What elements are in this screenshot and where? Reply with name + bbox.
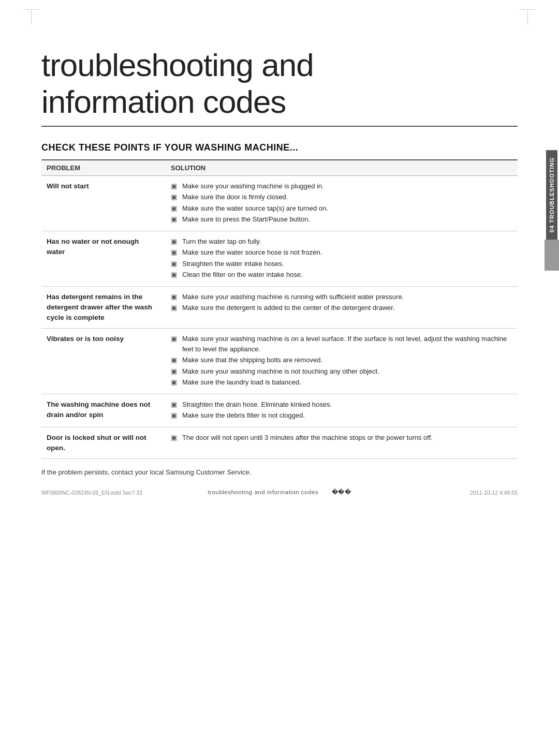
table-row: Has detergent remains in the detergent d… xyxy=(41,286,518,329)
solution-item: ▣The door will not open until 3 minutes … xyxy=(171,433,512,443)
corner-mark-tl xyxy=(31,9,32,25)
problem-cell: Vibrates or is too noisy xyxy=(41,329,166,394)
solution-item: ▣Make sure the laundry load is balanced. xyxy=(171,377,512,388)
table-header-solution: SOLUTION xyxy=(166,160,518,176)
solution-item: ▣Make sure your washing machine is on a … xyxy=(171,334,512,354)
bullet-icon: ▣ xyxy=(171,203,180,214)
solution-text: Make sure the laundry load is balanced. xyxy=(182,377,301,388)
footer-note: If the problem persists, contact your lo… xyxy=(41,468,518,476)
solution-cell: ▣Make sure your washing machine is plugg… xyxy=(166,175,518,231)
solution-text: Make sure the detergent is added to the … xyxy=(182,303,394,313)
solution-cell: ▣Straighten the drain hose. Eliminate ki… xyxy=(166,394,518,427)
solution-item: ▣Straighten the water intake hoses. xyxy=(171,259,512,269)
bullet-icon: ▣ xyxy=(171,192,180,202)
corner-mark-tr xyxy=(527,9,528,25)
solution-item: ▣Make sure to press the Start/Pause butt… xyxy=(171,214,512,225)
solution-item: ▣Make sure your washing machine is runni… xyxy=(171,292,512,302)
bullet-icon: ▣ xyxy=(171,270,180,280)
table-row: The washing machine does not drain and/o… xyxy=(41,394,518,427)
solution-item: ▣Make sure the water source hose is not … xyxy=(171,247,512,258)
page-container: 04 TROUBLESHOOTING troubleshooting and i… xyxy=(0,0,559,507)
table-row: Door is locked shut or will not open.▣Th… xyxy=(41,427,518,459)
table-row: Will not start▣Make sure your washing ma… xyxy=(41,175,518,231)
bullet-icon: ▣ xyxy=(171,214,180,225)
solution-text: Make sure the water source hose is not f… xyxy=(182,247,322,258)
solution-cell: ▣Make sure your washing machine is runni… xyxy=(166,286,518,329)
side-tab-label: 04 TROUBLESHOOTING xyxy=(546,150,557,240)
solution-text: Make sure your washing machine is on a l… xyxy=(182,334,512,354)
solution-item: ▣Make sure the detergent is added to the… xyxy=(171,303,512,313)
bullet-icon: ▣ xyxy=(171,181,180,191)
solution-item: ▣Clean the filter on the water intake ho… xyxy=(171,270,512,280)
section-heading: CHECK THESE POINTS IF YOUR WASHING MACHI… xyxy=(41,142,518,153)
solution-text: Make sure the water source tap(s) are tu… xyxy=(182,203,328,214)
side-tab-gray-bar xyxy=(545,240,559,271)
solution-item: ▣Make sure the door is firmly closed. xyxy=(171,192,512,202)
bullet-icon: ▣ xyxy=(171,303,180,313)
solution-item: ▣Make sure your washing machine is not t… xyxy=(171,366,512,377)
solution-text: Make sure your washing machine is runnin… xyxy=(182,292,404,302)
solution-item: ▣Make sure that the shipping bolts are r… xyxy=(171,355,512,365)
solution-text: Make sure to press the Start/Pause butto… xyxy=(182,214,310,225)
problem-cell: Has detergent remains in the detergent d… xyxy=(41,286,166,329)
problem-cell: The washing machine does not drain and/o… xyxy=(41,394,166,427)
solution-text: The door will not open until 3 minutes a… xyxy=(182,433,433,443)
solution-text: Make sure the debris filter is not clogg… xyxy=(182,410,305,421)
table-row: Vibrates or is too noisy▣Make sure your … xyxy=(41,329,518,394)
page-number: ��� xyxy=(332,488,351,496)
page-title: troubleshooting and information codes xyxy=(41,47,518,127)
solution-text: Make sure that the shipping bolts are re… xyxy=(182,355,322,365)
bullet-icon: ▣ xyxy=(171,377,180,388)
problem-cell: Will not start xyxy=(41,175,166,231)
solution-item: ▣Turn the water tap on fully. xyxy=(171,236,512,247)
bullet-icon: ▣ xyxy=(171,399,180,410)
problem-cell: Door is locked shut or will not open. xyxy=(41,427,166,459)
solution-item: ▣Make sure the debris filter is not clog… xyxy=(171,410,512,421)
solution-text: Make sure your washing machine is not to… xyxy=(182,366,379,377)
bullet-icon: ▣ xyxy=(171,366,180,377)
solution-cell: ▣Turn the water tap on fully.▣Make sure … xyxy=(166,231,518,286)
solution-cell: ▣Make sure your washing machine is on a … xyxy=(166,329,518,394)
solution-cell: ▣The door will not open until 3 minutes … xyxy=(166,427,518,459)
solution-text: Make sure the door is firmly closed. xyxy=(182,192,288,202)
bottom-file-left: WF0800NC-02824N-05_EN.indd Sec7:33 xyxy=(41,490,142,496)
bottom-file-right: 2011-10-12 4:49:55 xyxy=(470,490,518,496)
problem-cell: Has no water or not enough water xyxy=(41,231,166,286)
bottom-center-text: troubleshooting and information codes ��… xyxy=(208,488,351,496)
solution-text: Make sure your washing machine is plugge… xyxy=(182,181,324,191)
bullet-icon: ▣ xyxy=(171,292,180,302)
bullet-icon: ▣ xyxy=(171,433,180,443)
table-row: Has no water or not enough water▣Turn th… xyxy=(41,231,518,286)
table-header-problem: PROBLEM xyxy=(41,160,166,176)
side-tab: 04 TROUBLESHOOTING xyxy=(545,150,559,271)
bullet-icon: ▣ xyxy=(171,334,180,344)
bullet-icon: ▣ xyxy=(171,410,180,421)
solution-item: ▣Make sure the water source tap(s) are t… xyxy=(171,203,512,214)
bullet-icon: ▣ xyxy=(171,355,180,365)
bullet-icon: ▣ xyxy=(171,236,180,247)
solution-text: Straighten the water intake hoses. xyxy=(182,259,284,269)
solution-text: Straighten the drain hose. Eliminate kin… xyxy=(182,399,332,410)
solution-text: Clean the filter on the water intake hos… xyxy=(182,270,303,280)
bullet-icon: ▣ xyxy=(171,247,180,258)
solution-item: ▣Straighten the drain hose. Eliminate ki… xyxy=(171,399,512,410)
solution-item: ▣Make sure your washing machine is plugg… xyxy=(171,181,512,191)
bullet-icon: ▣ xyxy=(171,259,180,269)
solution-text: Turn the water tap on fully. xyxy=(182,236,261,247)
trouble-table: PROBLEM SOLUTION Will not start▣Make sur… xyxy=(41,159,518,459)
